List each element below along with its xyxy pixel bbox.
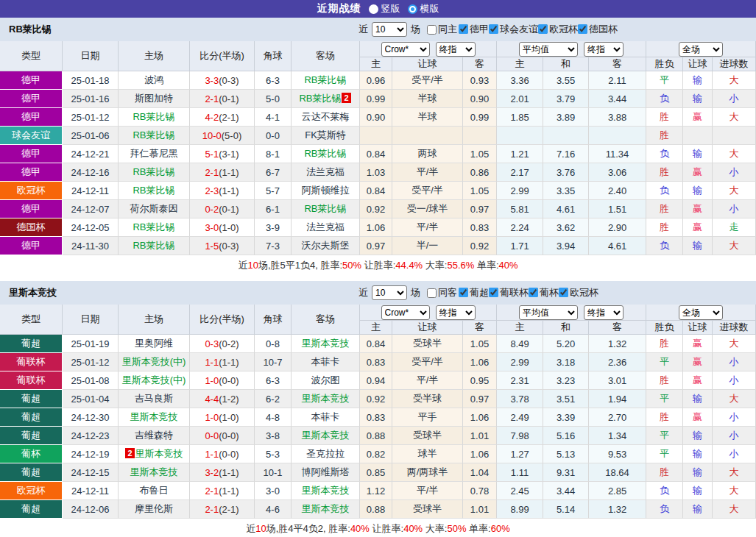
col-header-odds-home: 主 bbox=[360, 321, 392, 335]
col-header-odds-home: 主 bbox=[360, 57, 392, 71]
odds-home: 0.96 bbox=[360, 71, 392, 90]
odds-time-select[interactable]: 终指 bbox=[436, 305, 476, 320]
result-handicap: 输 bbox=[683, 90, 713, 108]
league-filter-checkbox[interactable] bbox=[578, 24, 587, 34]
result-handicap: 赢 bbox=[683, 163, 713, 182]
avg-time-select[interactable]: 终指 bbox=[584, 42, 623, 57]
layout-radio-vertical[interactable]: 竖版 bbox=[369, 2, 400, 15]
team-label: 吉维森特 bbox=[135, 430, 173, 441]
odds-handicap bbox=[392, 127, 463, 145]
recent-count-select[interactable]: 10 bbox=[372, 22, 407, 37]
league-filter[interactable]: 球会友谊 bbox=[489, 23, 538, 36]
corners: 5-0 bbox=[255, 90, 292, 108]
scope-select[interactable]: 全场 bbox=[679, 305, 723, 320]
league-filter-checkbox[interactable] bbox=[538, 24, 548, 34]
avg-home: 1.27 bbox=[497, 445, 543, 463]
match-date: 24-12-23 bbox=[63, 427, 119, 445]
league-filter[interactable]: 葡联杯 bbox=[489, 286, 529, 299]
score-halftime: (0-1) bbox=[219, 204, 239, 215]
odds-source-select[interactable]: Crow* bbox=[381, 305, 430, 320]
match-date: 24-12-15 bbox=[63, 463, 119, 482]
result-group-header: 全场 bbox=[646, 41, 756, 57]
match-date: 24-12-21 bbox=[63, 145, 119, 163]
score-fulltime: 3-2 bbox=[205, 467, 219, 478]
radio-icon[interactable] bbox=[408, 4, 417, 14]
league-filter[interactable]: 欧冠杯 bbox=[559, 286, 598, 299]
odds-away: 1.01 bbox=[463, 427, 497, 445]
match-type: 葡超 bbox=[0, 335, 63, 353]
same-venue-checkbox[interactable] bbox=[427, 25, 437, 35]
col-header-avg-home: 主 bbox=[497, 57, 543, 71]
league-filter-checkbox[interactable] bbox=[559, 288, 568, 297]
section-divider bbox=[0, 275, 756, 281]
team-label: 里奥阿维 bbox=[135, 338, 173, 349]
avg-away: 2.11 bbox=[589, 71, 646, 90]
avg-time-select[interactable]: 终指 bbox=[584, 305, 623, 320]
avg-away: 1.34 bbox=[589, 427, 646, 445]
scope-select[interactable]: 全场 bbox=[679, 42, 723, 57]
avg-draw: 3.94 bbox=[543, 237, 589, 255]
result-outcome: 负 bbox=[646, 182, 683, 200]
avg-draw: 3.62 bbox=[543, 218, 589, 237]
league-filter[interactable]: 葡超 bbox=[459, 286, 489, 299]
match-date: 25-01-06 bbox=[63, 127, 119, 145]
home-team: RB莱比锡 bbox=[119, 182, 190, 200]
summary-segment: 让胜率: bbox=[370, 523, 403, 534]
odds-home: 0.82 bbox=[360, 445, 392, 463]
avg-home: 2.49 bbox=[497, 408, 543, 427]
avg-home: 1.21 bbox=[497, 145, 543, 163]
home-team: 摩里伦斯 bbox=[119, 500, 190, 519]
result-goals: 大 bbox=[713, 108, 756, 127]
score-fulltime: 0-0 bbox=[205, 430, 219, 441]
league-filter[interactable]: 欧冠杯 bbox=[538, 23, 578, 36]
league-filter-checkbox[interactable] bbox=[489, 24, 498, 34]
radio-icon[interactable] bbox=[369, 4, 378, 14]
score: 0-2(0-1) bbox=[190, 200, 255, 218]
same-venue-checkbox[interactable] bbox=[427, 288, 437, 298]
league-filter-checkbox[interactable] bbox=[489, 288, 498, 297]
filters: 近 10 场 同主 德甲球会友谊欧冠杯德国杯 bbox=[358, 18, 618, 41]
odds-home: 0.92 bbox=[360, 390, 392, 408]
league-filter-checkbox[interactable] bbox=[459, 288, 468, 297]
result-goals: 小 bbox=[713, 163, 756, 182]
layout-radio-horizontal[interactable]: 横版 bbox=[408, 2, 439, 15]
match-date: 25-01-16 bbox=[63, 90, 119, 108]
match-date: 25-01-19 bbox=[63, 335, 119, 353]
summary-segment: 单率: bbox=[466, 523, 490, 534]
league-filter-checkbox[interactable] bbox=[529, 288, 538, 297]
avg-source-select[interactable]: 平均值 bbox=[519, 42, 578, 57]
odds-source-select[interactable]: Crow* bbox=[381, 42, 430, 57]
score: 0-0(0-0) bbox=[190, 427, 255, 445]
match-row: 德甲24-12-07荷尔斯泰因0-2(0-1)6-1RB莱比锡0.92受一/球半… bbox=[0, 200, 756, 218]
league-filter-checkbox[interactable] bbox=[459, 24, 468, 34]
avg-source-select[interactable]: 平均值 bbox=[519, 305, 578, 320]
league-filter[interactable]: 德甲 bbox=[459, 23, 489, 36]
league-filter[interactable]: 葡杯 bbox=[529, 286, 559, 299]
odds-time-select[interactable]: 终指 bbox=[436, 42, 476, 57]
recent-count-select[interactable]: 10 bbox=[372, 285, 407, 300]
score: 2-1(1-1) bbox=[190, 482, 255, 500]
summary-segment: 场,胜4平4负2, 胜率: bbox=[266, 523, 350, 534]
score: 1-1(0-0) bbox=[190, 445, 255, 463]
col-header-result-handicap: 让球 bbox=[683, 321, 713, 335]
match-row: 欧冠杯24-12-11布鲁日2-1(1-1)3-0里斯本竞技1.12平/半0.7… bbox=[0, 482, 756, 500]
score-fulltime: 0-2 bbox=[205, 204, 219, 215]
odds-away: 0.78 bbox=[463, 482, 497, 500]
result-goals: 小 bbox=[713, 200, 756, 218]
match-type: 欧冠杯 bbox=[0, 182, 63, 200]
team-label: RB莱比锡 bbox=[304, 148, 346, 159]
same-venue-filter[interactable]: 同客 bbox=[427, 286, 457, 299]
result-goals: 大 bbox=[713, 335, 756, 353]
score-fulltime: 0-3 bbox=[205, 338, 219, 349]
result-outcome: 负 bbox=[646, 500, 683, 519]
result-handicap: 输 bbox=[683, 182, 713, 200]
result-handicap: 赢 bbox=[683, 353, 713, 371]
league-filter[interactable]: 德国杯 bbox=[578, 23, 618, 36]
odds-home: 0.88 bbox=[360, 500, 392, 519]
score: 3-0(1-0) bbox=[190, 218, 255, 237]
avg-group-header: 平均值终指 bbox=[497, 305, 646, 321]
same-venue-filter[interactable]: 同主 bbox=[427, 23, 457, 36]
result-goals: 小 bbox=[713, 445, 756, 463]
summary-line: 近10场,胜4平4负2, 胜率:40% 让胜率:40% 大率:50% 单率:60… bbox=[0, 519, 756, 537]
team-label: 摩里伦斯 bbox=[135, 503, 173, 514]
